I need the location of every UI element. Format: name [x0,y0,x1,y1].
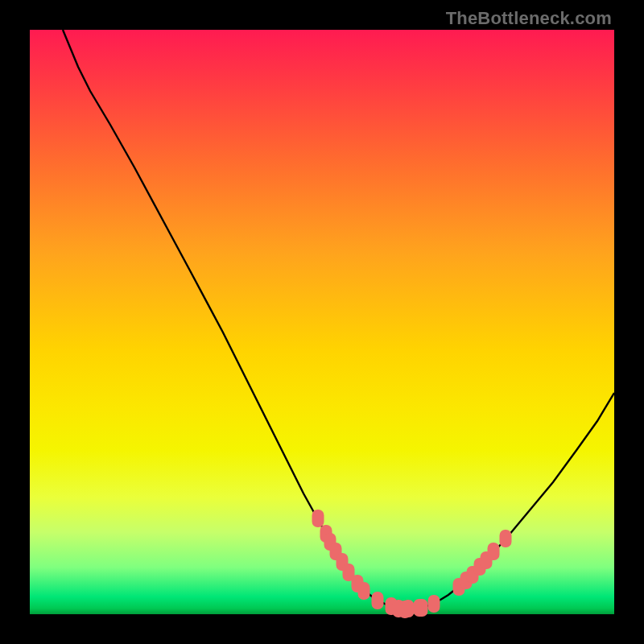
curve-marker [488,543,500,560]
curve-marker [428,595,440,613]
curve-marker [358,582,370,600]
curve-marker [312,510,324,527]
chart-frame: TheBottleneck.com [0,0,644,644]
plot-area [30,30,614,614]
curve-marker [416,599,428,617]
curve-marker [500,530,512,547]
bottleneck-curve [63,30,614,609]
curve-marker [402,600,415,617]
chart-svg [30,30,614,614]
marker-cluster [312,510,512,618]
watermark-text: TheBottleneck.com [446,8,612,29]
curve-marker [372,592,384,609]
